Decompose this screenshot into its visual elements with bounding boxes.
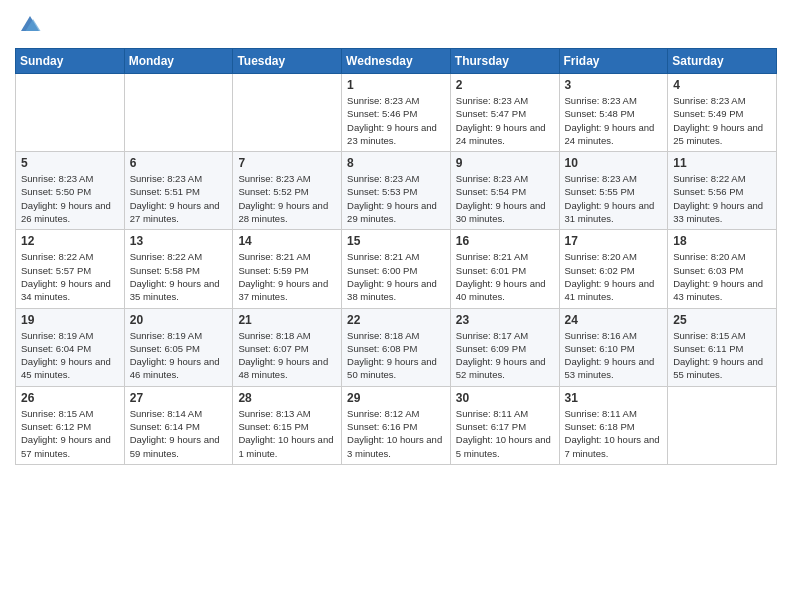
- calendar-cell: 19Sunrise: 8:19 AMSunset: 6:04 PMDayligh…: [16, 308, 125, 386]
- weekday-header-thursday: Thursday: [450, 49, 559, 74]
- day-info: Sunrise: 8:21 AMSunset: 5:59 PMDaylight:…: [238, 250, 336, 303]
- calendar-cell: 1Sunrise: 8:23 AMSunset: 5:46 PMDaylight…: [342, 74, 451, 152]
- day-info: Sunrise: 8:15 AMSunset: 6:12 PMDaylight:…: [21, 407, 119, 460]
- calendar-week-row: 5Sunrise: 8:23 AMSunset: 5:50 PMDaylight…: [16, 152, 777, 230]
- calendar-cell: 13Sunrise: 8:22 AMSunset: 5:58 PMDayligh…: [124, 230, 233, 308]
- day-number: 24: [565, 313, 663, 327]
- calendar-cell: 8Sunrise: 8:23 AMSunset: 5:53 PMDaylight…: [342, 152, 451, 230]
- day-number: 2: [456, 78, 554, 92]
- calendar-table: SundayMondayTuesdayWednesdayThursdayFrid…: [15, 48, 777, 465]
- day-info: Sunrise: 8:11 AMSunset: 6:18 PMDaylight:…: [565, 407, 663, 460]
- day-number: 19: [21, 313, 119, 327]
- day-number: 7: [238, 156, 336, 170]
- weekday-header-friday: Friday: [559, 49, 668, 74]
- weekday-header-sunday: Sunday: [16, 49, 125, 74]
- header: [15, 10, 777, 40]
- calendar-cell: 30Sunrise: 8:11 AMSunset: 6:17 PMDayligh…: [450, 386, 559, 464]
- calendar-cell: [668, 386, 777, 464]
- day-info: Sunrise: 8:23 AMSunset: 5:50 PMDaylight:…: [21, 172, 119, 225]
- weekday-header-row: SundayMondayTuesdayWednesdayThursdayFrid…: [16, 49, 777, 74]
- calendar-cell: 12Sunrise: 8:22 AMSunset: 5:57 PMDayligh…: [16, 230, 125, 308]
- day-number: 11: [673, 156, 771, 170]
- calendar-cell: 9Sunrise: 8:23 AMSunset: 5:54 PMDaylight…: [450, 152, 559, 230]
- day-info: Sunrise: 8:19 AMSunset: 6:05 PMDaylight:…: [130, 329, 228, 382]
- calendar-cell: 18Sunrise: 8:20 AMSunset: 6:03 PMDayligh…: [668, 230, 777, 308]
- calendar-cell: 11Sunrise: 8:22 AMSunset: 5:56 PMDayligh…: [668, 152, 777, 230]
- day-number: 3: [565, 78, 663, 92]
- calendar-cell: 2Sunrise: 8:23 AMSunset: 5:47 PMDaylight…: [450, 74, 559, 152]
- day-info: Sunrise: 8:20 AMSunset: 6:02 PMDaylight:…: [565, 250, 663, 303]
- day-number: 9: [456, 156, 554, 170]
- day-number: 18: [673, 234, 771, 248]
- calendar-cell: 22Sunrise: 8:18 AMSunset: 6:08 PMDayligh…: [342, 308, 451, 386]
- weekday-header-tuesday: Tuesday: [233, 49, 342, 74]
- calendar-week-row: 19Sunrise: 8:19 AMSunset: 6:04 PMDayligh…: [16, 308, 777, 386]
- day-info: Sunrise: 8:14 AMSunset: 6:14 PMDaylight:…: [130, 407, 228, 460]
- day-number: 30: [456, 391, 554, 405]
- day-info: Sunrise: 8:23 AMSunset: 5:48 PMDaylight:…: [565, 94, 663, 147]
- day-number: 31: [565, 391, 663, 405]
- day-info: Sunrise: 8:19 AMSunset: 6:04 PMDaylight:…: [21, 329, 119, 382]
- day-info: Sunrise: 8:18 AMSunset: 6:07 PMDaylight:…: [238, 329, 336, 382]
- day-info: Sunrise: 8:17 AMSunset: 6:09 PMDaylight:…: [456, 329, 554, 382]
- day-number: 20: [130, 313, 228, 327]
- day-info: Sunrise: 8:22 AMSunset: 5:56 PMDaylight:…: [673, 172, 771, 225]
- day-number: 29: [347, 391, 445, 405]
- day-info: Sunrise: 8:16 AMSunset: 6:10 PMDaylight:…: [565, 329, 663, 382]
- day-number: 17: [565, 234, 663, 248]
- day-number: 28: [238, 391, 336, 405]
- day-number: 6: [130, 156, 228, 170]
- day-info: Sunrise: 8:23 AMSunset: 5:46 PMDaylight:…: [347, 94, 445, 147]
- weekday-header-saturday: Saturday: [668, 49, 777, 74]
- calendar-cell: 10Sunrise: 8:23 AMSunset: 5:55 PMDayligh…: [559, 152, 668, 230]
- day-info: Sunrise: 8:18 AMSunset: 6:08 PMDaylight:…: [347, 329, 445, 382]
- calendar-cell: 25Sunrise: 8:15 AMSunset: 6:11 PMDayligh…: [668, 308, 777, 386]
- day-number: 15: [347, 234, 445, 248]
- day-info: Sunrise: 8:22 AMSunset: 5:58 PMDaylight:…: [130, 250, 228, 303]
- day-info: Sunrise: 8:23 AMSunset: 5:52 PMDaylight:…: [238, 172, 336, 225]
- day-info: Sunrise: 8:11 AMSunset: 6:17 PMDaylight:…: [456, 407, 554, 460]
- day-number: 14: [238, 234, 336, 248]
- calendar-cell: 4Sunrise: 8:23 AMSunset: 5:49 PMDaylight…: [668, 74, 777, 152]
- day-number: 10: [565, 156, 663, 170]
- calendar-cell: 21Sunrise: 8:18 AMSunset: 6:07 PMDayligh…: [233, 308, 342, 386]
- calendar-cell: 20Sunrise: 8:19 AMSunset: 6:05 PMDayligh…: [124, 308, 233, 386]
- day-number: 25: [673, 313, 771, 327]
- calendar-cell: 27Sunrise: 8:14 AMSunset: 6:14 PMDayligh…: [124, 386, 233, 464]
- day-info: Sunrise: 8:23 AMSunset: 5:55 PMDaylight:…: [565, 172, 663, 225]
- day-info: Sunrise: 8:23 AMSunset: 5:53 PMDaylight:…: [347, 172, 445, 225]
- day-info: Sunrise: 8:13 AMSunset: 6:15 PMDaylight:…: [238, 407, 336, 460]
- calendar-cell: [124, 74, 233, 152]
- weekday-header-monday: Monday: [124, 49, 233, 74]
- calendar-cell: 23Sunrise: 8:17 AMSunset: 6:09 PMDayligh…: [450, 308, 559, 386]
- calendar-cell: 31Sunrise: 8:11 AMSunset: 6:18 PMDayligh…: [559, 386, 668, 464]
- day-number: 1: [347, 78, 445, 92]
- day-info: Sunrise: 8:23 AMSunset: 5:47 PMDaylight:…: [456, 94, 554, 147]
- day-number: 26: [21, 391, 119, 405]
- calendar-cell: [16, 74, 125, 152]
- calendar-cell: 29Sunrise: 8:12 AMSunset: 6:16 PMDayligh…: [342, 386, 451, 464]
- day-number: 12: [21, 234, 119, 248]
- logo: [15, 10, 49, 40]
- calendar-cell: 26Sunrise: 8:15 AMSunset: 6:12 PMDayligh…: [16, 386, 125, 464]
- calendar-week-row: 26Sunrise: 8:15 AMSunset: 6:12 PMDayligh…: [16, 386, 777, 464]
- calendar-week-row: 12Sunrise: 8:22 AMSunset: 5:57 PMDayligh…: [16, 230, 777, 308]
- weekday-header-wednesday: Wednesday: [342, 49, 451, 74]
- calendar-cell: 24Sunrise: 8:16 AMSunset: 6:10 PMDayligh…: [559, 308, 668, 386]
- day-number: 23: [456, 313, 554, 327]
- day-number: 21: [238, 313, 336, 327]
- calendar-cell: 17Sunrise: 8:20 AMSunset: 6:02 PMDayligh…: [559, 230, 668, 308]
- calendar-cell: [233, 74, 342, 152]
- day-info: Sunrise: 8:15 AMSunset: 6:11 PMDaylight:…: [673, 329, 771, 382]
- calendar-cell: 3Sunrise: 8:23 AMSunset: 5:48 PMDaylight…: [559, 74, 668, 152]
- day-number: 16: [456, 234, 554, 248]
- calendar-cell: 14Sunrise: 8:21 AMSunset: 5:59 PMDayligh…: [233, 230, 342, 308]
- calendar-cell: 28Sunrise: 8:13 AMSunset: 6:15 PMDayligh…: [233, 386, 342, 464]
- day-info: Sunrise: 8:21 AMSunset: 6:01 PMDaylight:…: [456, 250, 554, 303]
- day-info: Sunrise: 8:23 AMSunset: 5:54 PMDaylight:…: [456, 172, 554, 225]
- day-number: 4: [673, 78, 771, 92]
- logo-icon: [15, 10, 45, 40]
- day-info: Sunrise: 8:23 AMSunset: 5:51 PMDaylight:…: [130, 172, 228, 225]
- day-info: Sunrise: 8:21 AMSunset: 6:00 PMDaylight:…: [347, 250, 445, 303]
- day-number: 8: [347, 156, 445, 170]
